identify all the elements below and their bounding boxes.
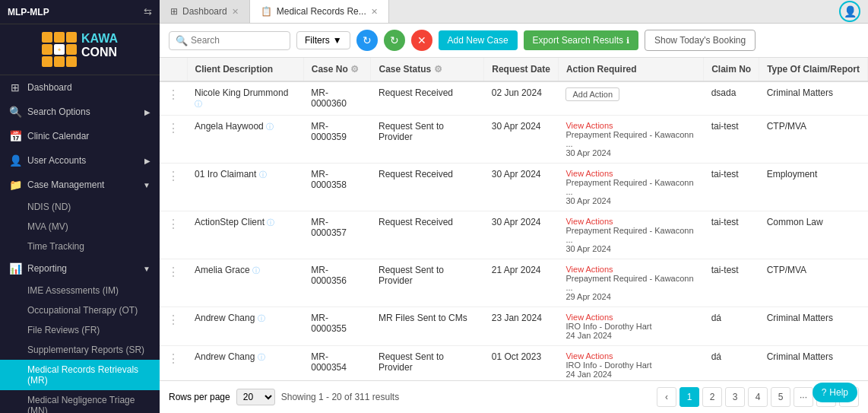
sidebar-item-clinic-calendar[interactable]: 📅 Clinic Calendar [0,124,160,148]
info-icon[interactable]: ⓘ [267,218,274,227]
add-new-case-button[interactable]: Add New Case [439,30,518,50]
add-action-button[interactable]: Add Action [565,87,619,101]
clear-button[interactable]: ✕ [411,30,432,51]
sidebar-item-ndis[interactable]: NDIS (ND) [0,197,160,217]
row-menu-dots[interactable]: ⋮ [160,211,187,259]
data-table-container: Client Description Case No ⚙ Case Status… [160,58,868,380]
view-actions-link[interactable]: View Actions [565,169,695,178]
dashboard-tab-icon: ⊞ [170,6,178,17]
row-case-no: MR-0000360 [303,81,371,116]
chevron-down-icon: ▼ [333,35,342,46]
tab-medical-records[interactable]: 📋 Medical Records Re... ✕ [250,0,389,23]
sidebar-item-dashboard[interactable]: ⊞ Dashboard [0,75,160,100]
sidebar-item-ime-assessments[interactable]: IME Assessments (IM) [0,281,160,300]
rows-per-page-select[interactable]: 20 50 100 [236,389,275,405]
sidebar-item-user-accounts[interactable]: 👤 User Accounts ▶ [0,148,160,173]
search-input[interactable] [191,35,284,46]
sidebar-item-medical-negligence-triage[interactable]: Medical Negligence Triage (MN) [0,390,160,413]
sidebar-item-file-reviews[interactable]: File Reviews (FR) [0,320,160,340]
row-menu-dots[interactable]: ⋮ [160,116,187,164]
row-action-required[interactable]: View ActionsPrepayment Required - Kawaco… [558,259,703,307]
info-icon[interactable]: ⓘ [195,100,202,108]
row-case-status: MR Files Sent to CMs [371,307,484,346]
col-type-of-claim: Type Of Claim/Report [759,58,868,81]
row-request-date: 02 Jun 2024 [484,81,559,116]
row-menu-dots[interactable]: ⋮ [160,81,187,116]
tab-label: Dashboard [182,6,227,17]
page-2-button[interactable]: 2 [702,387,722,407]
search-box[interactable]: 🔍 [169,31,290,50]
filters-button[interactable]: Filters ▼ [296,31,350,49]
sidebar-item-label: Reporting [27,263,67,274]
info-icon[interactable]: ⓘ [258,314,265,322]
row-client: ActionStep Client ⓘ [187,211,303,259]
row-action-required[interactable]: View ActionsPrepayment Required - Kawaco… [558,211,703,259]
view-actions-link[interactable]: View Actions [565,121,695,130]
app-title: MLP-MLP [8,7,49,17]
sidebar-item-reporting-services[interactable]: 📊 Reporting ▼ [0,256,160,281]
help-button[interactable]: ? Help [813,383,857,402]
row-client: Nicole King Drummond ⓘ [187,81,303,116]
table-row: ⋮Andrew Chang ⓘMR-0000354Request Sent to… [160,346,868,381]
view-actions-link[interactable]: View Actions [565,217,695,226]
row-client: 01 Iro Claimant ⓘ [187,164,303,211]
sidebar-item-label: User Accounts [27,155,86,166]
sidebar-item-label: Dashboard [27,82,72,93]
info-icon[interactable]: ⓘ [258,353,265,361]
view-actions-link[interactable]: View Actions [565,313,695,322]
sidebar-item-time-tracking[interactable]: Time Tracking [0,237,160,256]
row-client: Andrew Chang ⓘ [187,307,303,346]
row-menu-dots[interactable]: ⋮ [160,307,187,346]
tab-close-icon[interactable]: ✕ [232,7,239,17]
sidebar-item-mva[interactable]: MVA (MV) [0,217,160,237]
sidebar-item-supplementary-reports[interactable]: Supplementary Reports (SR) [0,340,160,360]
tab-label: Medical Records Re... [277,6,366,17]
row-action-required[interactable]: View ActionsPrepayment Required - Kawaco… [558,164,703,211]
row-action-required[interactable]: View ActionsIRO Info - Dorothy Hart24 Ja… [558,307,703,346]
col-menu [160,58,187,81]
view-actions-link[interactable]: View Actions [565,351,695,361]
page-5-button[interactable]: 5 [771,387,790,407]
show-todays-booking-button[interactable]: Show Today's Booking [645,30,756,51]
sidebar-item-label: Search Options [27,106,90,117]
refresh-green-button[interactable]: ↻ [384,30,405,51]
row-case-no: MR-0000358 [303,164,371,211]
info-icon[interactable]: ⓘ [266,122,274,131]
info-icon[interactable]: ⓘ [259,170,267,179]
sidebar-item-search-options[interactable]: 🔍 Search Options ▶ [0,100,160,124]
tab-dashboard[interactable]: ⊞ Dashboard ✕ [160,0,250,23]
export-search-results-button[interactable]: Export Search Results ℹ [524,30,638,50]
view-actions-link[interactable]: View Actions [565,265,695,274]
sidebar-item-occupational-therapy[interactable]: Occupational Therapy (OT) [0,300,160,320]
sidebar-collapse-icon[interactable]: ⇆ [144,6,152,17]
row-request-date: 21 Apr 2024 [484,259,559,307]
sidebar-item-medical-records-retrievals[interactable]: Medical Records Retrievals (MR) [0,360,160,390]
row-request-date: 23 Jan 2024 [484,307,559,346]
page-1-button[interactable]: 1 [680,387,699,407]
chevron-down-icon: ▼ [143,181,150,189]
row-action-required[interactable]: View ActionsPrepayment Required - Kawaco… [558,116,703,164]
info-icon[interactable]: ⓘ [252,266,260,275]
sidebar-sub-label: Supplementary Reports (SR) [27,345,144,355]
tab-close-icon[interactable]: ✕ [371,7,378,17]
sidebar-sub-label: MVA (MV) [27,221,68,232]
row-menu-dots[interactable]: ⋮ [160,164,187,211]
pagination-bar: Rows per page 20 50 100 Showing 1 - 20 o… [160,380,868,413]
page-3-button[interactable]: 3 [725,387,745,407]
row-case-status: Request Received [371,164,484,211]
row-action-required[interactable]: Add Action [558,81,703,116]
user-account-icon[interactable]: 👤 [839,1,860,22]
row-request-date: 30 Apr 2024 [484,164,559,211]
sidebar-item-case-management[interactable]: 📁 Case Management ▼ [0,173,160,197]
row-client: Andrew Chang ⓘ [187,346,303,381]
page-4-button[interactable]: 4 [748,387,768,407]
row-action-required[interactable]: View ActionsIRO Info - Dorothy Hart24 Ja… [558,346,703,381]
refresh-blue-button[interactable]: ↻ [356,30,378,51]
row-menu-dots[interactable]: ⋮ [160,259,187,307]
row-menu-dots[interactable]: ⋮ [160,346,187,381]
col-client-description: Client Description [187,58,303,81]
row-case-status: Request Received [371,211,484,259]
prev-page-button[interactable]: ‹ [657,387,676,407]
row-claim-no: tai-test [704,116,759,164]
sidebar-sub-label: Occupational Therapy (OT) [27,305,138,316]
